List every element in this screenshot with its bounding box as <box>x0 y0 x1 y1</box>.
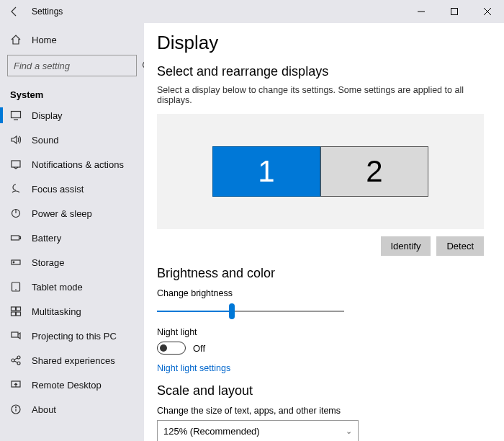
back-button[interactable] <box>0 0 29 23</box>
svg-rect-1 <box>451 9 458 15</box>
svg-line-26 <box>14 361 17 362</box>
svg-point-4 <box>143 62 145 68</box>
nav-label: Tablet mode <box>32 282 83 293</box>
sidebar-item-projecting[interactable]: Projecting to this PC <box>0 324 144 348</box>
search-box[interactable] <box>7 55 137 76</box>
nightlight-toggle[interactable] <box>157 342 186 355</box>
monitor-1[interactable]: 1 <box>212 146 320 197</box>
sidebar-item-focus-assist[interactable]: Focus assist <box>0 177 144 201</box>
focus-assist-icon <box>10 183 22 195</box>
titlebar: Settings <box>0 0 504 23</box>
sidebar-item-multitasking[interactable]: Multitasking <box>0 299 144 324</box>
storage-icon <box>10 257 22 268</box>
nav-label: Multitasking <box>32 306 81 317</box>
nav-label: About <box>32 404 56 415</box>
minimize-button[interactable] <box>405 0 438 23</box>
remote-icon <box>10 379 22 391</box>
brightness-slider[interactable] <box>157 303 344 320</box>
svg-rect-20 <box>17 312 21 316</box>
sidebar-item-battery[interactable]: Battery <box>0 226 144 250</box>
shared-icon <box>10 355 22 366</box>
svg-point-30 <box>16 407 17 408</box>
sidebar-item-about[interactable]: About <box>0 397 144 422</box>
nav-label: Notifications & actions <box>32 159 124 170</box>
sidebar-item-display[interactable]: Display <box>0 103 144 128</box>
nav-label: Battery <box>32 233 61 244</box>
nightlight-state: Off <box>193 343 205 354</box>
nav-label: Sound <box>32 135 59 146</box>
svg-rect-19 <box>12 312 16 316</box>
svg-point-14 <box>13 262 14 263</box>
svg-rect-6 <box>12 112 21 118</box>
content-pane: Display Select and rearrange displays Se… <box>144 23 504 441</box>
search-icon <box>141 60 144 71</box>
sidebar-item-remote-desktop[interactable]: Remote Desktop <box>0 373 144 397</box>
scale-heading: Scale and layout <box>157 383 484 398</box>
search-input[interactable] <box>8 61 141 71</box>
scale-dropdown[interactable]: 125% (Recommended) ⌄ <box>157 420 359 441</box>
display-icon <box>10 110 22 121</box>
sidebar-item-shared-experiences[interactable]: Shared experiences <box>0 348 144 373</box>
page-title: Display <box>157 32 484 54</box>
maximize-button[interactable] <box>438 0 471 23</box>
sidebar-item-storage[interactable]: Storage <box>0 250 144 275</box>
nav-group-label: System <box>0 82 144 103</box>
power-icon <box>10 208 22 219</box>
nightlight-label: Night light <box>157 327 484 337</box>
nightlight-settings-link[interactable]: Night light settings <box>157 363 230 373</box>
home-icon <box>10 34 22 45</box>
svg-point-24 <box>17 362 20 365</box>
nav-label: Remote Desktop <box>32 380 102 391</box>
svg-rect-8 <box>12 161 20 167</box>
window-title: Settings <box>32 6 63 17</box>
multitasking-icon <box>10 306 22 317</box>
rearrange-desc: Select a display below to change its set… <box>157 85 484 105</box>
nav-label: Power & sleep <box>32 208 92 219</box>
sidebar-item-power-sleep[interactable]: Power & sleep <box>0 201 144 226</box>
sidebar-item-notifications[interactable]: Notifications & actions <box>0 152 144 177</box>
sound-icon <box>10 134 22 146</box>
notifications-icon <box>10 159 22 170</box>
sidebar-item-home[interactable]: Home <box>0 27 144 52</box>
svg-rect-21 <box>12 332 18 337</box>
sidebar-item-tablet-mode[interactable]: Tablet mode <box>0 275 144 299</box>
brightness-label: Change brightness <box>157 288 484 298</box>
tablet-icon <box>10 281 22 293</box>
nav-label: Display <box>32 110 63 121</box>
svg-rect-18 <box>17 307 21 311</box>
nav-label: Projecting to this PC <box>32 331 117 342</box>
home-label: Home <box>32 35 57 45</box>
rearrange-heading: Select and rearrange displays <box>157 64 484 79</box>
nav-label: Storage <box>32 257 65 268</box>
sidebar: Home System Display Sound <box>0 23 144 441</box>
svg-line-25 <box>14 358 17 360</box>
svg-point-23 <box>17 356 20 359</box>
display-arrangement-box[interactable]: 1 2 <box>157 114 484 229</box>
detect-button[interactable]: Detect <box>436 236 484 256</box>
chevron-down-icon: ⌄ <box>346 427 352 436</box>
nav-label: Shared experiences <box>32 355 115 366</box>
battery-icon <box>10 232 22 244</box>
scale-label: Change the size of text, apps, and other… <box>157 406 484 416</box>
monitor-2[interactable]: 2 <box>320 146 428 197</box>
svg-rect-17 <box>12 307 16 311</box>
svg-rect-12 <box>19 237 21 239</box>
about-icon <box>10 404 22 415</box>
close-button[interactable] <box>471 0 504 23</box>
scale-value: 125% (Recommended) <box>163 426 260 437</box>
nav-label: Focus assist <box>32 184 84 195</box>
brightness-heading: Brightness and color <box>157 266 484 281</box>
svg-point-22 <box>12 359 14 362</box>
projecting-icon <box>10 330 22 342</box>
svg-rect-11 <box>12 236 19 240</box>
identify-button[interactable]: Identify <box>381 236 431 256</box>
sidebar-item-sound[interactable]: Sound <box>0 128 144 152</box>
